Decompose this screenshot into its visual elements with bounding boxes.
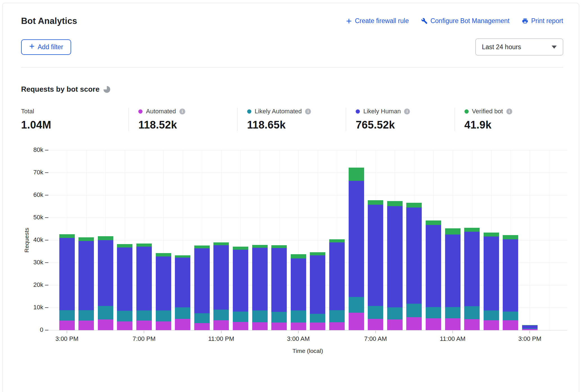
bar-900am[interactable] <box>406 203 422 330</box>
likely-automated-dot <box>247 109 251 114</box>
segment-automated <box>484 320 499 330</box>
x-axis-label: 3:00 PM <box>44 335 89 343</box>
stat-value: 1.04M <box>21 119 128 131</box>
segment-verified-bot <box>291 254 306 258</box>
segment-verified-bot <box>329 239 345 242</box>
bar-100pm[interactable] <box>484 233 499 330</box>
segment-likely-human <box>329 242 345 310</box>
x-axis-tick <box>67 331 67 333</box>
bar-600pm[interactable] <box>117 244 132 330</box>
segment-automated <box>426 318 441 330</box>
segment-automated <box>329 322 345 330</box>
bar-1000pm[interactable] <box>194 245 210 330</box>
x-axis-tick <box>144 331 144 333</box>
segment-automated <box>252 322 268 330</box>
add-filter-label: Add filter <box>38 43 63 51</box>
segment-automated <box>406 317 422 330</box>
bar-500pm[interactable] <box>98 236 113 330</box>
segment-likely-automated <box>175 307 190 319</box>
segment-likely-automated <box>329 310 345 322</box>
bar-200am[interactable] <box>271 245 287 330</box>
segment-likely-automated <box>310 314 325 323</box>
y-axis-tick <box>45 150 48 150</box>
segment-verified-bot <box>117 244 132 247</box>
stat-automated: Automated 118.52k <box>128 108 237 131</box>
segment-automated <box>349 313 364 330</box>
bar-1000am[interactable] <box>426 220 441 330</box>
segment-automated <box>503 320 518 330</box>
bar-700pm[interactable] <box>136 244 152 330</box>
print-report-link[interactable]: Print report <box>522 17 563 25</box>
segment-automated <box>194 323 210 330</box>
bar-600am[interactable] <box>349 168 364 330</box>
bar-1100pm[interactable] <box>213 242 229 330</box>
segment-verified-bot <box>59 234 75 238</box>
bar-300pm[interactable] <box>522 325 538 330</box>
segment-verified-bot <box>349 168 364 181</box>
bar-300am[interactable] <box>291 254 306 330</box>
configure-bot-management-link[interactable]: Configure Bot Management <box>421 17 509 25</box>
header-actions: Create firewall rule Configure Bot Manag… <box>346 17 563 25</box>
time-range-dropdown[interactable]: Last 24 hours <box>475 39 563 55</box>
segment-likely-automated <box>233 312 248 322</box>
segment-likely-automated <box>464 306 480 319</box>
x-axis-label: 7:00 AM <box>353 335 398 343</box>
segment-likely-human <box>98 240 113 306</box>
segment-automated <box>233 322 248 330</box>
segment-likely-automated <box>156 310 171 321</box>
info-icon[interactable] <box>404 109 410 114</box>
info-icon[interactable] <box>506 109 512 114</box>
segment-likely-human <box>59 238 75 310</box>
segment-verified-bot <box>387 201 403 206</box>
bar-700am[interactable] <box>368 200 383 330</box>
bar-300pm[interactable] <box>59 234 75 330</box>
action-label: Create firewall rule <box>355 17 409 25</box>
bar-900pm[interactable] <box>175 255 190 330</box>
x-axis-label: 11:00 PM <box>199 335 244 343</box>
bar-800am[interactable] <box>387 201 403 330</box>
x-axis-label: 7:00 PM <box>121 335 166 343</box>
segment-likely-human <box>387 206 403 307</box>
add-filter-button[interactable]: Add filter <box>21 39 71 55</box>
info-icon[interactable] <box>179 109 185 114</box>
segment-verified-bot <box>406 203 422 208</box>
wrench-icon <box>421 18 428 24</box>
time-range-value: Last 24 hours <box>482 43 521 51</box>
segment-automated <box>78 321 94 330</box>
segment-automated <box>464 319 480 330</box>
segment-verified-bot <box>503 235 518 239</box>
create-firewall-rule-link[interactable]: Create firewall rule <box>346 17 409 25</box>
stat-likely-automated: Likely Automated 118.65k <box>237 108 346 131</box>
stat-label: Verified bot <box>472 108 503 115</box>
segment-likely-automated <box>484 310 499 320</box>
segment-likely-human <box>503 239 518 312</box>
segment-likely-automated <box>59 310 75 321</box>
bar-800pm[interactable] <box>156 253 171 330</box>
x-axis-label: 3:00 AM <box>276 335 321 343</box>
segment-likely-automated <box>271 312 287 323</box>
segment-likely-automated <box>387 307 403 319</box>
stat-verified-bot: Verified bot 41.9k <box>455 108 563 131</box>
action-label: Print report <box>531 17 563 25</box>
bar-500am[interactable] <box>329 239 345 330</box>
segment-automated <box>175 319 190 330</box>
segment-likely-human <box>271 248 287 312</box>
stat-value: 41.9k <box>464 119 563 131</box>
y-axis-label: 60k <box>12 191 43 199</box>
printer-icon <box>522 18 528 24</box>
bar-1100am[interactable] <box>445 228 461 330</box>
summary-row: Total 1.04M Automated 118.52k Likely Aut… <box>21 108 563 131</box>
section-title: Requests by bot score <box>21 85 100 94</box>
horizontal-gridline <box>48 330 567 330</box>
info-icon[interactable] <box>305 109 311 114</box>
x-axis-label: 11:00 AM <box>430 335 475 343</box>
bar-100am[interactable] <box>252 245 268 330</box>
bar-400pm[interactable] <box>78 237 94 330</box>
bar-400am[interactable] <box>310 252 325 330</box>
bar-200pm[interactable] <box>503 235 518 330</box>
bar-1200pm[interactable] <box>464 228 480 330</box>
bar-1200am[interactable] <box>233 247 248 330</box>
segment-verified-bot <box>426 220 441 225</box>
horizontal-gridline <box>48 173 567 173</box>
verified-bot-dot <box>464 109 469 114</box>
